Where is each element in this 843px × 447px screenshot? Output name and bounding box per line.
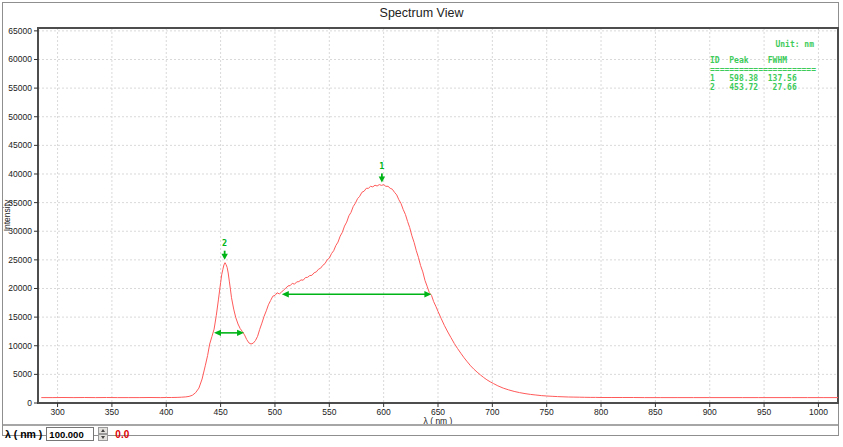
legend: Unit: nm ID Peak FWHM ==================…	[700, 40, 818, 92]
page-title: Spectrum View	[0, 6, 843, 20]
peaks-table: ID Peak FWHM ====================== 1 59…	[710, 56, 818, 92]
wavelength-stepper	[98, 427, 108, 441]
status-value: 0.0	[115, 429, 129, 440]
wavelength-label: λ ( nm )	[5, 428, 42, 440]
unit-label: Unit: nm	[700, 40, 818, 49]
wavelength-input[interactable]	[46, 427, 94, 441]
spinner-down-button[interactable]	[98, 434, 108, 441]
toolbar: λ ( nm ) 0.0	[5, 427, 129, 441]
up-arrow-icon	[101, 429, 105, 432]
toolbar-divider	[3, 424, 838, 426]
down-arrow-icon	[101, 436, 105, 439]
spinner-up-button[interactable]	[98, 427, 108, 434]
